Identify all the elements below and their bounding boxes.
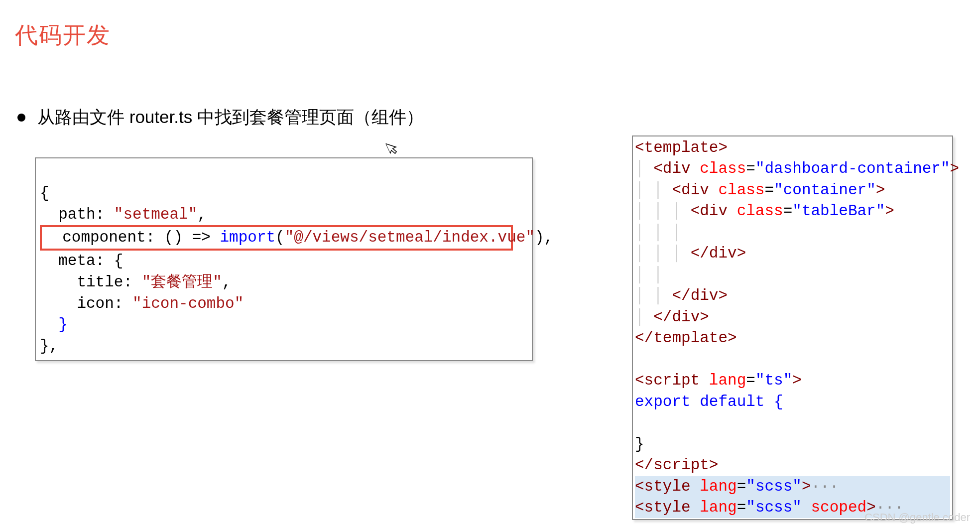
page-title: 代码开发	[15, 20, 965, 51]
watermark-text: CSDN @gentle coder	[864, 511, 970, 524]
bullet-text: 从路由文件 router.ts 中找到套餐管理页面（组件）	[37, 106, 424, 129]
bullet-dot-icon	[17, 114, 25, 122]
bullet-item: 从路由文件 router.ts 中找到套餐管理页面（组件）	[17, 106, 965, 129]
code-block-router: { path: "setmeal", component: () => impo…	[35, 157, 533, 361]
code-block-vue: <template> │ <div class="dashboard-conta…	[632, 135, 953, 520]
highlighted-component-line: component: () => import("@/views/setmeal…	[40, 225, 513, 251]
